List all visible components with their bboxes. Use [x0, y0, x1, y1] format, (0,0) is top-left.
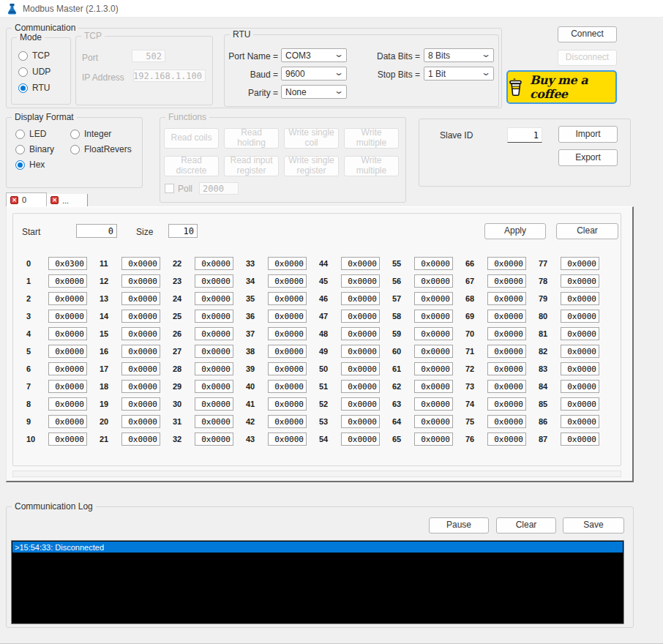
data-bits-select[interactable]: 8 Bits ⌄ — [424, 48, 494, 62]
register-value-input[interactable]: 0x0000 — [487, 310, 526, 323]
register-value-input[interactable]: 0x0000 — [48, 274, 87, 288]
register-value-input[interactable]: 0x0000 — [487, 345, 526, 358]
function-button-read-holding[interactable]: Read holding — [224, 128, 279, 149]
register-value-input[interactable]: 0x0000 — [487, 327, 526, 340]
register-value-input[interactable]: 0x0000 — [195, 397, 233, 411]
register-value-input[interactable]: 0x0000 — [48, 397, 87, 411]
disconnect-button[interactable]: Disconnect — [558, 50, 617, 66]
import-button[interactable]: Import — [558, 126, 618, 143]
register-value-input[interactable]: 0x0000 — [268, 345, 307, 358]
register-value-input[interactable]: 0x0000 — [121, 310, 160, 323]
register-value-input[interactable]: 0x0000 — [121, 257, 160, 270]
register-value-input[interactable]: 0x0000 — [414, 327, 453, 340]
register-value-input[interactable]: 0x0000 — [121, 397, 160, 411]
register-value-input[interactable]: 0x0000 — [195, 327, 233, 340]
register-value-input[interactable]: 0x0000 — [414, 397, 453, 411]
register-value-input[interactable]: 0x0000 — [341, 433, 380, 446]
register-value-input[interactable]: 0x0000 — [561, 415, 599, 428]
port-name-select[interactable]: COM3 ⌄ — [281, 48, 347, 62]
register-value-input[interactable]: 0x0000 — [268, 292, 307, 305]
register-value-input[interactable]: 0x0000 — [195, 274, 233, 288]
register-value-input[interactable]: 0x0000 — [121, 415, 160, 428]
buy-me-a-coffee-button[interactable]: Buy me a coffee — [506, 70, 617, 104]
register-value-input[interactable]: 0x0300 — [48, 257, 87, 270]
register-value-input[interactable]: 0x0000 — [414, 292, 453, 305]
register-value-input[interactable]: 0x0000 — [121, 327, 160, 340]
format-radio-led[interactable]: LED — [15, 129, 66, 139]
clear-log-button[interactable]: Clear — [496, 517, 556, 533]
start-input[interactable]: 0 — [76, 224, 117, 238]
function-button-write-single-register[interactable]: Write single register — [284, 156, 339, 176]
register-value-input[interactable]: 0x0000 — [121, 345, 160, 358]
register-value-input[interactable]: 0x0000 — [414, 380, 453, 393]
tcp-port-input[interactable]: 502 — [132, 50, 165, 62]
register-value-input[interactable]: 0x0000 — [48, 380, 87, 393]
register-value-input[interactable]: 0x0000 — [561, 380, 599, 393]
register-value-input[interactable]: 0x0000 — [487, 380, 526, 393]
register-value-input[interactable]: 0x0000 — [341, 380, 380, 393]
horizontal-scrollbar[interactable] — [12, 471, 621, 477]
register-value-input[interactable]: 0x0000 — [487, 292, 526, 305]
register-value-input[interactable]: 0x0000 — [48, 345, 87, 358]
tcp-ip-input[interactable]: 192.168.1.100 — [133, 70, 206, 82]
register-value-input[interactable]: 0x0000 — [48, 362, 87, 375]
register-value-input[interactable]: 0x0000 — [487, 257, 526, 270]
register-value-input[interactable]: 0x0000 — [268, 310, 307, 323]
register-value-input[interactable]: 0x0000 — [414, 310, 453, 323]
register-value-input[interactable]: 0x0000 — [561, 292, 599, 305]
register-value-input[interactable]: 0x0000 — [487, 362, 526, 375]
register-value-input[interactable]: 0x0000 — [268, 380, 307, 393]
register-value-input[interactable]: 0x0000 — [487, 415, 526, 428]
format-radio-floatrevers[interactable]: FloatRevers — [70, 144, 132, 154]
register-value-input[interactable]: 0x0000 — [487, 433, 526, 446]
log-list[interactable]: >15:54:33: Disconnected — [11, 540, 624, 624]
function-button-write-multiple[interactable]: Write multiple — [344, 128, 399, 149]
format-radio-hex[interactable]: Hex — [15, 160, 66, 170]
register-value-input[interactable]: 0x0000 — [195, 362, 233, 375]
close-tab-icon[interactable]: ✕ — [10, 196, 18, 204]
register-value-input[interactable]: 0x0000 — [195, 292, 233, 305]
register-value-input[interactable]: 0x0000 — [414, 362, 453, 375]
register-value-input[interactable]: 0x0000 — [414, 433, 453, 446]
export-button[interactable]: Export — [558, 149, 618, 166]
register-value-input[interactable]: 0x0000 — [48, 415, 87, 428]
register-value-input[interactable]: 0x0000 — [341, 292, 380, 305]
register-value-input[interactable]: 0x0000 — [195, 310, 233, 323]
register-value-input[interactable]: 0x0000 — [341, 310, 380, 323]
tab-0[interactable]: ✕0 — [6, 192, 47, 206]
connect-button[interactable]: Connect — [558, 26, 617, 42]
parity-select[interactable]: None ⌄ — [281, 85, 347, 99]
register-value-input[interactable]: 0x0000 — [341, 397, 380, 411]
register-value-input[interactable]: 0x0000 — [121, 292, 160, 305]
log-entry[interactable]: >15:54:33: Disconnected — [12, 542, 623, 553]
register-value-input[interactable]: 0x0000 — [561, 274, 599, 288]
size-input[interactable]: 10 — [168, 224, 198, 238]
register-value-input[interactable]: 0x0000 — [561, 362, 599, 375]
register-value-input[interactable]: 0x0000 — [414, 415, 453, 428]
register-value-input[interactable]: 0x0000 — [121, 362, 160, 375]
slave-id-input[interactable]: 1 — [507, 127, 542, 143]
register-value-input[interactable]: 0x0000 — [268, 327, 307, 340]
register-value-input[interactable]: 0x0000 — [341, 345, 380, 358]
function-button-write-multiple[interactable]: Write multiple — [344, 156, 399, 176]
save-log-button[interactable]: Save — [563, 517, 624, 533]
stop-bits-select[interactable]: 1 Bit ⌄ — [424, 67, 494, 80]
register-value-input[interactable]: 0x0000 — [48, 433, 87, 446]
register-value-input[interactable]: 0x0000 — [341, 362, 380, 375]
close-tab-icon[interactable]: ✕ — [50, 196, 59, 204]
register-value-input[interactable]: 0x0000 — [414, 257, 453, 270]
register-value-input[interactable]: 0x0000 — [561, 327, 599, 340]
function-button-read-discrete[interactable]: Read discrete — [164, 156, 219, 176]
register-value-input[interactable]: 0x0000 — [268, 433, 307, 446]
function-button-write-single-coil[interactable]: Write single coil — [284, 128, 339, 149]
register-value-input[interactable]: 0x0000 — [195, 380, 233, 393]
register-value-input[interactable]: 0x0000 — [121, 380, 160, 393]
pause-log-button[interactable]: Pause — [429, 517, 489, 533]
register-value-input[interactable]: 0x0000 — [487, 397, 526, 411]
poll-interval-input[interactable]: 2000 — [199, 182, 239, 195]
register-value-input[interactable]: 0x0000 — [268, 274, 307, 288]
baud-select[interactable]: 9600 ⌄ — [281, 67, 347, 80]
register-value-input[interactable]: 0x0000 — [487, 274, 526, 288]
register-value-input[interactable]: 0x0000 — [195, 257, 233, 270]
register-value-input[interactable]: 0x0000 — [268, 362, 307, 375]
